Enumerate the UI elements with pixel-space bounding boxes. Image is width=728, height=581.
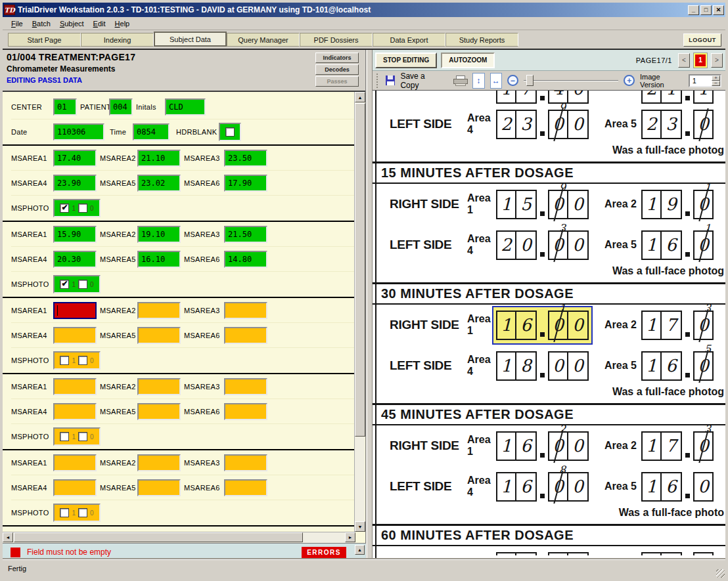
field-msarea2-block2[interactable]: 19.10: [137, 226, 181, 243]
tab-start-page[interactable]: Start Page: [8, 33, 81, 47]
form-vertical-scrollbar[interactable]: ▲ ▼: [354, 92, 365, 532]
checkbox-0[interactable]: [78, 508, 87, 517]
close-button[interactable]: ✕: [713, 5, 724, 15]
checkbox-1[interactable]: [60, 508, 69, 517]
field-msarea3-block3[interactable]: [224, 302, 267, 319]
error-scroll-up-button[interactable]: ▲: [355, 545, 365, 555]
passes-button[interactable]: Passes: [315, 76, 359, 87]
menu-file[interactable]: File: [7, 18, 28, 29]
field-msarea1-block1[interactable]: 17.40: [53, 150, 97, 167]
minimize-button[interactable]: _: [688, 5, 699, 15]
field-patient[interactable]: 004: [109, 98, 133, 116]
field-msarea6-block1[interactable]: 17.90: [224, 175, 267, 192]
checkbox-1[interactable]: [60, 204, 69, 213]
checkbox-0[interactable]: [78, 356, 87, 365]
menu-help[interactable]: Help: [110, 18, 135, 29]
field-msarea1-block4[interactable]: [53, 378, 97, 395]
field-msarea5-block5[interactable]: [137, 479, 181, 496]
field-msarea6-block4[interactable]: [224, 403, 267, 420]
field-msarea2-block1[interactable]: 21.10: [137, 150, 181, 167]
fit-height-icon[interactable]: ↕: [472, 73, 484, 89]
resize-grip[interactable]: [716, 569, 725, 578]
field-msarea3-block4[interactable]: [224, 378, 267, 395]
hscroll-thumb[interactable]: [14, 532, 303, 542]
current-page-tile[interactable]: 1: [693, 53, 708, 68]
field-msarea3-block2[interactable]: 21.50: [224, 226, 267, 243]
scroll-down-button[interactable]: ▼: [355, 521, 365, 532]
save-icon[interactable]: [386, 75, 396, 85]
zoom-slider-thumb[interactable]: [526, 75, 534, 86]
tab-pdf-dossiers[interactable]: PDF Dossiers: [300, 33, 373, 47]
checkbox-1[interactable]: [60, 280, 69, 289]
menu-edit[interactable]: Edit: [89, 18, 110, 29]
field-msarea4-block5[interactable]: [53, 479, 97, 496]
field-msarea2-block3[interactable]: [137, 302, 181, 319]
checkbox-0[interactable]: [78, 204, 87, 213]
field-label: MSAREA6: [181, 255, 224, 263]
field-msarea5-block4[interactable]: [137, 403, 181, 420]
stop-editing-button[interactable]: STOP EDITING: [375, 53, 437, 68]
field-date[interactable]: 110306: [53, 123, 104, 140]
scroll-left-button[interactable]: ◄: [3, 532, 13, 542]
autozoom-button[interactable]: AUTOZOOM: [441, 53, 495, 68]
field-msarea3-block1[interactable]: 23.50: [224, 150, 267, 167]
tab-study-reports[interactable]: Study Reports: [445, 33, 518, 47]
next-page-button[interactable]: >: [711, 53, 723, 68]
zoom-slider[interactable]: [524, 74, 619, 87]
checkbox-1[interactable]: [60, 432, 69, 441]
decimal-cells: 1: [693, 91, 714, 104]
checkbox-0[interactable]: [78, 432, 87, 441]
value-boxes: 211: [641, 91, 714, 104]
hdrblank-checkbox[interactable]: [225, 127, 235, 137]
tab-subject-data[interactable]: Subject Data: [154, 32, 227, 47]
indicators-button[interactable]: Indicators: [315, 53, 359, 63]
field-msarea4-block4[interactable]: [53, 403, 97, 420]
menu-batch[interactable]: Batch: [28, 18, 55, 29]
scroll-thumb[interactable]: [355, 103, 365, 437]
field-msarea6-block3[interactable]: [224, 327, 267, 344]
checkbox-0[interactable]: [78, 280, 87, 289]
logout-button[interactable]: LOGOUT: [683, 33, 721, 47]
tab-indexing[interactable]: Indexing: [81, 33, 154, 47]
zoom-in-icon[interactable]: +: [624, 75, 635, 86]
zoom-out-icon[interactable]: −: [507, 75, 518, 86]
field-msarea1-block5[interactable]: [53, 454, 97, 471]
field-msarea2-block5[interactable]: [137, 454, 181, 471]
spinner-down-button[interactable]: −: [712, 81, 720, 86]
checkbox-1[interactable]: [60, 356, 69, 365]
scroll-up-button[interactable]: ▲: [355, 92, 365, 102]
field-center[interactable]: 01: [53, 98, 77, 116]
scan-document[interactable]: 1740211LEFT SIDEArea 423090Area 5230Was …: [373, 91, 725, 561]
save-a-copy-button[interactable]: Save a Copy: [400, 72, 444, 90]
field-time[interactable]: 0854: [133, 123, 170, 140]
image-version-spinner[interactable]: 1 + −: [689, 74, 721, 87]
field-msarea4-block2[interactable]: 20.30: [53, 251, 97, 268]
print-icon[interactable]: [453, 75, 467, 86]
menu-subject[interactable]: Subject: [55, 18, 89, 29]
field-msarea5-block1[interactable]: 23.02: [137, 175, 181, 192]
previous-page-button[interactable]: <: [678, 53, 690, 68]
field-msarea6-block5[interactable]: [224, 479, 267, 496]
field-msarea3-block5[interactable]: [224, 454, 267, 471]
tab-data-export[interactable]: Data Export: [373, 33, 445, 47]
field-msarea1-block3[interactable]: [53, 302, 97, 319]
tab-query-manager[interactable]: Query Manager: [227, 33, 300, 47]
field-initals[interactable]: CLD: [165, 98, 206, 116]
maximize-button[interactable]: □: [700, 5, 712, 15]
field-msarea4-block3[interactable]: [53, 327, 97, 344]
field-msarea4-block1[interactable]: 23.90: [53, 175, 97, 192]
field-msarea5-block3[interactable]: [137, 327, 181, 344]
toolbar-grip[interactable]: [376, 74, 379, 88]
panel-splitter[interactable]: [367, 50, 373, 561]
integer-cells: 15: [496, 190, 537, 219]
errors-badge[interactable]: ERRORS: [302, 547, 346, 558]
scroll-right-button[interactable]: ►: [345, 532, 355, 542]
fit-width-icon[interactable]: ↔: [490, 73, 502, 89]
decodes-button[interactable]: Decodes: [315, 64, 359, 75]
form-horizontal-scrollbar[interactable]: ◄ ►: [3, 532, 355, 543]
field-msarea1-block2[interactable]: 15.90: [53, 226, 97, 243]
field-msarea5-block2[interactable]: 16.10: [137, 251, 181, 268]
field-msarea2-block4[interactable]: [137, 378, 181, 395]
field-msarea6-block2[interactable]: 14.80: [224, 251, 267, 268]
active-field-highlight[interactable]: 16010: [493, 307, 591, 343]
